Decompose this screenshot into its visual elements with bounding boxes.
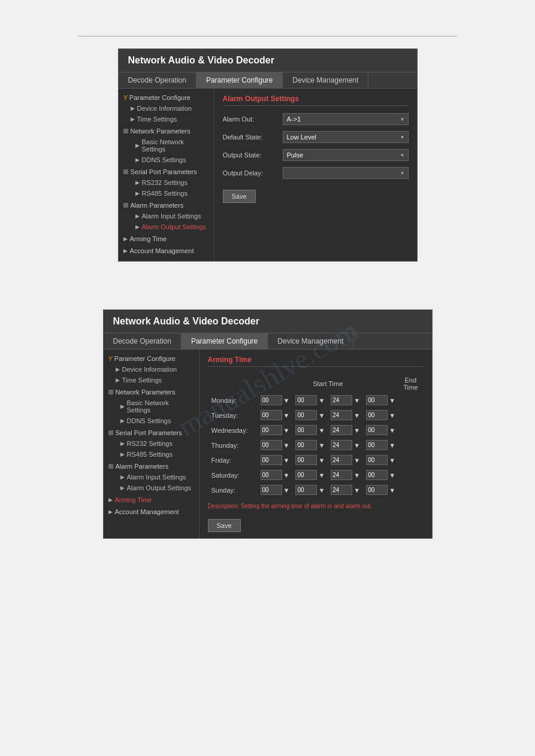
start-hour-select[interactable]: 000106121824 [261,410,282,420]
panel1-title: Network Audio & Video Decoder [119,49,417,72]
arrow-icon-13: ▶ [120,403,125,409]
arming-row: Saturday: 000106121824 ▼ 00153045 ▼ 2400… [209,468,422,482]
sidebar-group-serial-2: Serial Port Parameters ▶ RS232 Settings … [104,427,199,460]
sidebar-network-title-2[interactable]: Network Parameters [104,387,199,397]
sidebar-serial-title-2[interactable]: Serial Port Parameters [104,427,199,438]
sidebar-item-device-info-1[interactable]: ▶ Device Information [119,103,214,114]
start-hour-cell: 000106121824 ▼ [261,425,290,435]
select-alarm-out[interactable]: A->1 A->2 [283,113,409,125]
sidebar-group-network-2: Network Parameters ▶ Basic Network Setti… [104,387,199,426]
select-output-state[interactable]: Pulse Always [283,149,409,161]
start-min-select[interactable]: 00153045 [295,410,317,420]
start-hour-select[interactable]: 000106121824 [261,485,282,495]
start-min-select[interactable]: 00153045 [295,470,317,480]
sidebar-item-time-settings-2[interactable]: ▶ Time Settings [104,375,199,385]
start-min-select[interactable]: 00153045 [295,395,317,405]
start-hour-cell: 000106121824 ▼ [261,470,290,480]
end-min-select[interactable]: 00153045 [366,410,388,420]
sidebar-item-rs232-2[interactable]: ▶ RS232 Settings [104,438,199,449]
start-hour-select[interactable]: 000106121824 [261,470,282,480]
tab-device-mgmt-1[interactable]: Device Management [283,72,368,88]
save-button-2[interactable]: Save [208,519,241,532]
sidebar-item-alarm-in-2[interactable]: ▶ Alarm Input Settings [104,472,199,482]
start-hour-select[interactable]: 000106121824 [261,455,282,465]
start-min-cell: 00153045 ▼ [295,440,325,450]
select-default-state[interactable]: Low Level High Level [283,131,409,143]
tab-decode-op-1[interactable]: Decode Operation [119,72,197,88]
end-hour-select[interactable]: 2400061218 [331,455,352,465]
panel2-tabs: Decode Operation Parameter Configure Dev… [104,333,432,350]
save-button-1[interactable]: Save [223,190,256,203]
sidebar-item-ddns-2[interactable]: ▶ DDNS Settings [104,415,199,426]
tab-decode-op-2[interactable]: Decode Operation [104,333,182,349]
arrow-icon-4: ▶ [135,157,140,163]
end-hour-select[interactable]: 2400061218 [331,470,352,480]
sidebar-item-alarm-in-1[interactable]: ▶ Alarm Input Settings [119,211,214,221]
start-min-select[interactable]: 00153045 [295,455,317,465]
sidebar-item-basic-net-2[interactable]: ▶ Basic Network Settings [104,397,199,415]
sidebar-account-title-2[interactable]: ▶ Account Management [104,506,199,517]
sidebar-item-alarm-out-2[interactable]: ▶ Alarm Output Settings [104,482,199,493]
arming-row: Thunday: 000106121824 ▼ 00153045 ▼ 24000… [209,438,422,452]
end-hour-cell: 2400061218 ▼ [331,485,360,495]
label-alarm-out: Alarm Out: [223,116,283,123]
arrow-icon-15: ▶ [120,441,125,447]
sidebar-item-ddns-1[interactable]: ▶ DDNS Settings [119,154,214,165]
sidebar-item-rs485-2[interactable]: ▶ RS485 Settings [104,449,199,460]
end-hour-select[interactable]: 2400061218 [331,425,352,435]
end-hour-select[interactable]: 2400061218 [331,395,352,405]
sidebar-account-title-1[interactable]: ▶ Account Management [119,245,214,256]
sidebar-param-title[interactable]: Y Parameter Configure [119,92,214,103]
end-hour-select[interactable]: 2400061218 [331,440,352,450]
arrow-icon-12: ▶ [116,377,120,383]
sidebar-alarm-title-2[interactable]: Alarm Parameters [104,461,199,472]
panel1-tabs: Decode Operation Parameter Configure Dev… [119,72,417,89]
end-min-select[interactable]: 00153045 [366,455,388,465]
start-min-select[interactable]: 00153045 [295,485,317,495]
arrow-icon-18: ▶ [120,485,125,491]
start-hour-select[interactable]: 000106121824 [261,440,282,450]
arming-row: Wednesday: 000106121824 ▼ 00153045 ▼ 240… [209,423,422,437]
form-row-default-state: Default State: Low Level High Level [223,131,409,143]
sidebar-param-title-2[interactable]: Y Parameter Configure [104,353,199,364]
panel2-body: Y Parameter Configure ▶ Device Informati… [104,350,432,538]
sidebar-alarm-title-1[interactable]: Alarm Parameters [119,200,214,211]
end-min-select[interactable]: 00153045 [366,425,388,435]
start-hour-cell: 000106121824 ▼ [261,410,290,420]
end-min-cell: 00153045 ▼ [366,470,395,480]
start-hour-select[interactable]: 000106121824 [261,425,282,435]
sidebar-item-rs232-1[interactable]: ▶ RS232 Settings [119,177,214,188]
start-min-select[interactable]: 00153045 [295,425,317,435]
end-min-select[interactable]: 00153045 [366,485,388,495]
sidebar-serial-title-1[interactable]: Serial Port Parameters [119,166,214,177]
start-min-cell: 00153045 ▼ [295,425,325,435]
form-row-alarm-out: Alarm Out: A->1 A->2 [223,113,409,125]
start-hour-select[interactable]: 000106121824 [261,395,282,405]
end-hour-cell: 2400061218 ▼ [331,470,360,480]
tab-device-mgmt-2[interactable]: Device Management [268,333,353,349]
end-min-cell: 00153045 ▼ [366,410,395,420]
sidebar-group-param: Y Parameter Configure ▶ Device Informati… [119,92,214,125]
sidebar-arming-title-2[interactable]: ▶ Arming Time [104,494,199,505]
end-min-select[interactable]: 00153045 [366,470,388,480]
sidebar-arming-title-1[interactable]: ▶ Arming Time [119,233,214,244]
arming-row: Sunday: 000106121824 ▼ 00153045 ▼ 240006… [209,483,422,497]
start-min-cell: 00153045 ▼ [295,485,325,495]
sidebar-item-rs485-1[interactable]: ▶ RS485 Settings [119,188,214,199]
tab-param-cfg-1[interactable]: Parameter Configure [197,72,283,88]
end-hour-cell: 2400061218 ▼ [331,440,360,450]
sidebar-item-alarm-out-1[interactable]: ▶ Alarm Output Settings [119,221,214,232]
end-min-select[interactable]: 00153045 [366,395,388,405]
sidebar-item-basic-net-1[interactable]: ▶ Basic Network Settings [119,136,214,154]
end-hour-select[interactable]: 2400061218 [331,410,352,420]
sidebar-network-title-1[interactable]: Network Parameters [119,126,214,136]
form-row-output-delay: Output Delay: 1s 2s 5s [223,167,409,179]
end-hour-select[interactable]: 2400061218 [331,485,352,495]
arrow-icon-11: ▶ [116,366,120,372]
sidebar-item-device-info-2[interactable]: ▶ Device Information [104,364,199,375]
select-output-delay[interactable]: 1s 2s 5s [283,167,409,179]
end-min-select[interactable]: 00153045 [366,440,388,450]
tab-param-cfg-2[interactable]: Parameter Configure [182,333,268,349]
start-min-select[interactable]: 00153045 [295,440,317,450]
sidebar-item-time-settings-1[interactable]: ▶ Time Settings [119,114,214,125]
